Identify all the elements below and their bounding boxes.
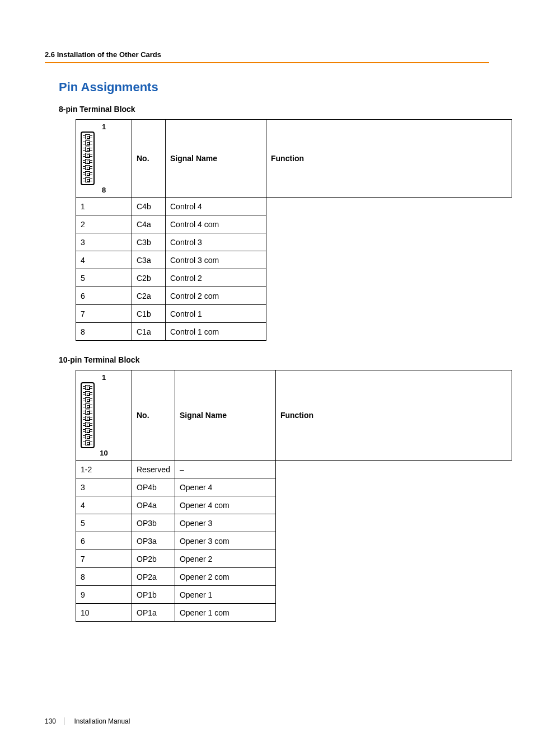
cell-no: 1-2 [76, 461, 132, 478]
cell-function: Opener 3 [175, 514, 275, 532]
table-row: 3C3bControl 3 [76, 233, 512, 251]
terminal-block-icon [81, 132, 95, 185]
table-row: 10OP1aOpener 1 com [76, 604, 512, 622]
cell-signal: Reserved [132, 461, 175, 478]
pin-assignments-title: Pin Assignments [59, 80, 489, 95]
table-row: 6C2aControl 2 com [76, 287, 512, 305]
cell-no: 5 [76, 514, 132, 532]
table-row: 9OP1bOpener 1 [76, 586, 512, 604]
table-header-row: 110 No. Signal Name Function [76, 370, 512, 461]
col-signal: Signal Name [166, 120, 266, 198]
cell-signal: OP4b [132, 478, 175, 496]
terminal-block-icon [81, 382, 95, 448]
connector-bottom-label: 10 [81, 449, 127, 457]
cell-function: Opener 4 com [175, 496, 275, 514]
cell-no: 1 [76, 198, 132, 215]
table-row: 1C4bControl 4 [76, 198, 512, 215]
cell-signal: OP3b [132, 514, 175, 532]
table-8pin: 18 No. Signal Name Function 1C4bControl … [76, 119, 512, 341]
cell-no: 10 [76, 604, 132, 622]
cell-signal: OP2b [132, 550, 175, 568]
cell-no: 4 [76, 496, 132, 514]
col-function: Function [266, 120, 512, 198]
header-section-text: 2.6 Installation of the Other Cards [45, 50, 161, 59]
table1-connector-cell: 18 [76, 120, 132, 198]
cell-function: Control 3 com [166, 251, 266, 269]
cell-no: 4 [76, 251, 132, 269]
cell-no: 8 [76, 568, 132, 586]
cell-signal: C2a [132, 287, 166, 305]
cell-function: Control 1 com [166, 323, 266, 341]
cell-no: 9 [76, 586, 132, 604]
cell-function: – [175, 461, 275, 478]
col-no: No. [132, 370, 175, 461]
connector-bottom-label: 8 [81, 186, 127, 194]
cell-function: Control 4 [166, 198, 266, 215]
cell-no: 6 [76, 287, 132, 305]
cell-function: Opener 2 [175, 550, 275, 568]
cell-signal: OP4a [132, 496, 175, 514]
page-footer: 130 Installation Manual [45, 717, 130, 725]
cell-function: Opener 1 [175, 586, 275, 604]
table-row: 3OP4bOpener 4 [76, 478, 512, 496]
table-row: 1-2Reserved– [76, 461, 512, 478]
page-number: 130 [45, 717, 64, 725]
cell-no: 3 [76, 478, 132, 496]
table-row: 8OP2aOpener 2 com [76, 568, 512, 586]
cell-function: Control 2 [166, 269, 266, 287]
cell-signal: C2b [132, 269, 166, 287]
cell-signal: C4b [132, 198, 166, 215]
table-row: 7OP2bOpener 2 [76, 550, 512, 568]
col-signal: Signal Name [175, 370, 275, 461]
cell-signal: OP2a [132, 568, 175, 586]
table2-caption: 10-pin Terminal Block [59, 355, 489, 364]
table-row: 4OP4aOpener 4 com [76, 496, 512, 514]
cell-function: Opener 1 com [175, 604, 275, 622]
table-row: 5C2bControl 2 [76, 269, 512, 287]
cell-signal: C3a [132, 251, 166, 269]
table-row: 5OP3bOpener 3 [76, 514, 512, 532]
cell-signal: OP3a [132, 532, 175, 550]
col-function: Function [275, 370, 512, 461]
table-row: 7C1bControl 1 [76, 305, 512, 323]
cell-function: Control 2 com [166, 287, 266, 305]
cell-no: 7 [76, 550, 132, 568]
cell-function: Control 1 [166, 305, 266, 323]
table-header-row: 18 No. Signal Name Function [76, 120, 512, 198]
table-row: 4C3aControl 3 com [76, 251, 512, 269]
cell-signal: OP1b [132, 586, 175, 604]
table2-connector-cell: 110 [76, 370, 132, 461]
cell-no: 3 [76, 233, 132, 251]
table-row: 6OP3aOpener 3 com [76, 532, 512, 550]
col-no: No. [132, 120, 166, 198]
cell-function: Opener 3 com [175, 532, 275, 550]
table1-caption: 8-pin Terminal Block [59, 105, 489, 114]
cell-function: Control 3 [166, 233, 266, 251]
table-row: 2C4aControl 4 com [76, 215, 512, 233]
cell-no: 8 [76, 323, 132, 341]
cell-signal: OP1a [132, 604, 175, 622]
doc-title: Installation Manual [74, 717, 130, 725]
cell-function: Opener 2 com [175, 568, 275, 586]
cell-signal: C1b [132, 305, 166, 323]
connector-top-label: 1 [81, 374, 127, 381]
cell-function: Opener 4 [175, 478, 275, 496]
table-row: 8C1aControl 1 com [76, 323, 512, 341]
table-10pin: 110 No. Signal Name Function 1-2Reserved… [76, 370, 512, 622]
cell-signal: C3b [132, 233, 166, 251]
cell-no: 6 [76, 532, 132, 550]
connector-top-label: 1 [81, 123, 127, 130]
cell-function: Control 4 com [166, 215, 266, 233]
cell-signal: C4a [132, 215, 166, 233]
cell-signal: C1a [132, 323, 166, 341]
cell-no: 7 [76, 305, 132, 323]
cell-no: 2 [76, 215, 132, 233]
cell-no: 5 [76, 269, 132, 287]
page-header: 2.6 Installation of the Other Cards [45, 50, 489, 63]
